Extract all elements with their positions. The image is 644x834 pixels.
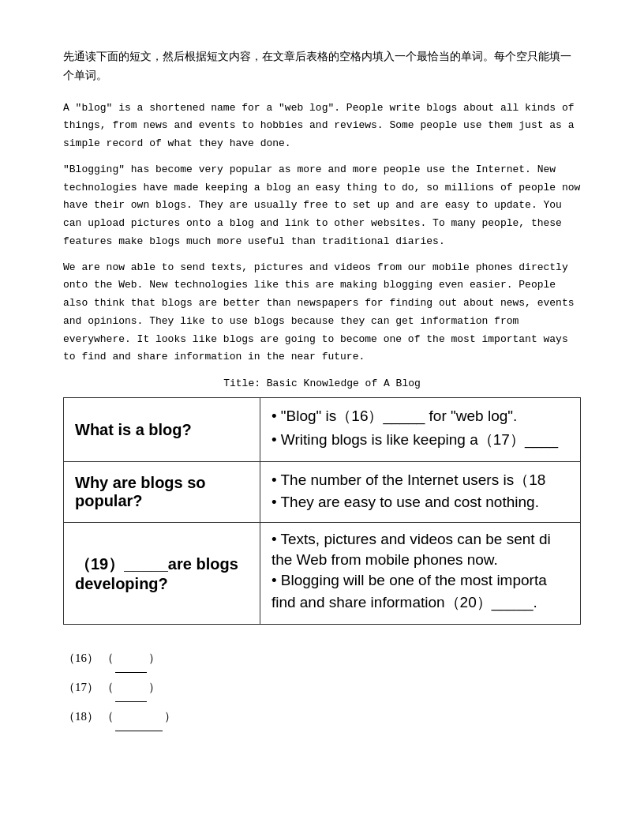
instructions: 先通读下面的短文，然后根据短文内容，在文章后表格的空格内填入一个最恰当的单词。每… xyxy=(63,47,581,85)
answers-section: （16） （ ） （17） （ ） （18） （ ） xyxy=(63,644,581,731)
table-wrapper: What is a blog? • "Blog" is（16）_____ for… xyxy=(63,397,581,625)
table-cell-left-3: （19）_____are blogs developing? xyxy=(64,523,260,625)
bullet-item: find and share information（20）_____. xyxy=(271,592,569,613)
answer-line-18: （18） （ ） xyxy=(63,702,581,731)
answer-line-17: （17） （ ） xyxy=(63,673,581,702)
bullet-item: • The number of the Internet users is（18 xyxy=(271,470,569,490)
bullet-item: the Web from mobile phones now. xyxy=(271,551,569,569)
table-row: What is a blog? • "Blog" is（16）_____ for… xyxy=(64,398,581,462)
answer-label-16: （16） xyxy=(63,652,99,664)
main-table: What is a blog? • "Blog" is（16）_____ for… xyxy=(63,397,581,625)
bullet-item: • "Blog" is（16）_____ for "web log". xyxy=(271,406,569,426)
paragraph-2: "Blogging" has become very popular as mo… xyxy=(63,161,581,251)
answer-blank-18[interactable] xyxy=(115,702,163,731)
table-row: （19）_____are blogs developing? • Texts, … xyxy=(64,523,581,625)
table-row: Why are blogs so popular? • The number o… xyxy=(64,462,581,523)
bullet-item: • They are easy to use and cost nothing. xyxy=(271,494,569,511)
answer-line-16: （16） （ ） xyxy=(63,644,581,673)
table-cell-right-1: • "Blog" is（16）_____ for "web log". • Wr… xyxy=(260,398,580,462)
table-cell-right-3: • Texts, pictures and videos can be sent… xyxy=(260,523,580,625)
paragraph-1: A "blog" is a shortened name for a "web … xyxy=(63,100,581,153)
table-cell-left-2: Why are blogs so popular? xyxy=(64,462,260,523)
table-cell-right-2: • The number of the Internet users is（18… xyxy=(260,462,580,523)
bullet-item: • Blogging will be one of the most impor… xyxy=(271,572,569,589)
bullet-item: • Writing blogs is like keeping a（17）___… xyxy=(271,430,569,450)
table-title: Title: Basic Knowledge of A Blog xyxy=(63,378,581,389)
answer-label-18: （18） xyxy=(63,710,99,723)
answer-blank-17[interactable] xyxy=(115,673,147,702)
table-cell-left-1: What is a blog? xyxy=(64,398,260,462)
answer-label-17: （17） xyxy=(63,681,99,693)
bullet-item: • Texts, pictures and videos can be sent… xyxy=(271,531,569,548)
paragraph-3: We are now able to send texts, pictures … xyxy=(63,259,581,367)
answer-blank-16[interactable] xyxy=(115,644,147,673)
